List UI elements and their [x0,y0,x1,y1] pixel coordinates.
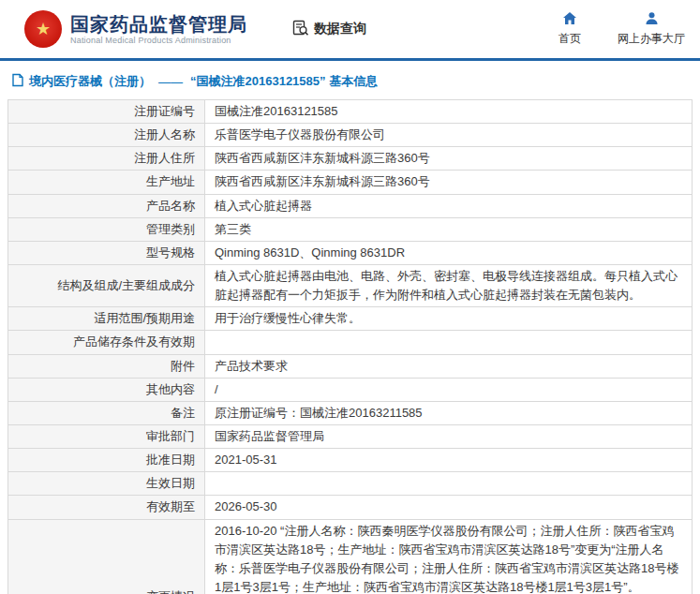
row-label: 注册证编号 [8,100,205,124]
nav-online-hall[interactable]: 网上办事大厅 [618,11,685,47]
row-value: Qinming 8631D、Qinming 8631DR [205,241,693,264]
table-row: 审批部门国家药品监督管理局 [8,424,693,448]
org-name-cn: 国家药品监督管理局 [70,14,247,36]
document-icon [11,73,29,90]
row-value: 国械注准20163121585 [205,100,693,124]
page-title: “国械注准20163121585” 基本信息 [190,73,378,90]
row-value: 陕西省西咸新区沣东新城科源三路360号 [205,147,693,171]
table-row: 其他内容/ [8,378,693,401]
table-row: 有效期至2026-05-30 [8,496,693,519]
row-label: 审批部门 [8,424,205,448]
row-value: 植入式心脏起搏器 [205,194,693,217]
row-value: 用于治疗缓慢性心律失常。 [205,307,693,331]
row-label: 变更情况 [8,519,205,594]
table-row: 变更情况2016-10-20 “注册人名称：陕西秦明医学仪器股份有限公司；注册人… [8,519,693,594]
main-content: 境内医疗器械（注册） —— “国械注准20163121585” 基本信息 注册证… [0,61,700,594]
table-row: 产品储存条件及有效期 [8,331,693,354]
row-label: 批准日期 [8,449,205,472]
table-row: 结构及组成/主要组成成分植入式心脏起搏器由电池、电路、外壳、密封塞、电极导线连接… [8,264,693,306]
row-value: 原注册证编号：国械注准20163211585 [205,401,693,424]
row-label: 注册人名称 [8,124,205,147]
breadcrumb: 境内医疗器械（注册） —— “国械注准20163121585” 基本信息 [7,61,693,99]
row-value [205,331,693,354]
row-value: / [205,378,693,401]
table-row: 注册人住所陕西省西咸新区沣东新城科源三路360号 [8,147,693,171]
table-row: 型号规格Qinming 8631D、Qinming 8631DR [8,241,693,264]
row-value: 第三类 [205,217,693,241]
home-icon [562,11,577,31]
table-row: 管理类别第三类 [8,217,693,241]
row-label: 产品名称 [8,194,205,217]
data-search-icon [292,20,314,39]
row-label: 备注 [8,401,205,424]
registration-info-table: 注册证编号国械注准20163121585注册人名称乐普医学电子仪器股份有限公司注… [7,99,693,594]
org-title-block: 国家药品监督管理局 National Medical Products Admi… [70,14,247,45]
row-value: 产品技术要求 [205,354,693,378]
row-label: 型号规格 [8,241,205,264]
row-value: 2021-05-31 [205,449,693,472]
nav-home[interactable]: 首页 [554,11,586,47]
row-value: 植入式心脏起搏器由电池、电路、外壳、密封塞、电极导线连接器组成。每只植入式心脏起… [205,264,693,306]
national-emblem-logo: ★ [24,10,62,48]
nav-home-label: 首页 [559,31,581,47]
table-row: 适用范围/预期用途用于治疗缓慢性心律失常。 [8,307,693,331]
person-icon [645,11,659,31]
row-label: 产品储存条件及有效期 [8,331,205,354]
row-value: 2026-05-30 [205,496,693,519]
data-query-button[interactable]: 数据查询 [292,20,366,39]
row-value: 2016-10-20 “注册人名称：陕西秦明医学仪器股份有限公司；注册人住所：陕… [205,519,693,594]
breadcrumb-separator: —— [158,75,183,89]
table-row: 备注原注册证编号：国械注准20163211585 [8,401,693,424]
row-value [205,472,693,496]
row-value: 陕西省西咸新区沣东新城科源三路360号 [205,171,693,194]
top-header: ★ 国家药品监督管理局 National Medical Products Ad… [0,0,700,58]
row-label: 生产地址 [8,171,205,194]
nav-online-hall-label: 网上办事大厅 [618,31,685,47]
table-row: 产品名称植入式心脏起搏器 [8,194,693,217]
table-row: 批准日期2021-05-31 [8,449,693,472]
row-label: 注册人住所 [8,147,205,171]
row-value: 乐普医学电子仪器股份有限公司 [205,124,693,147]
row-label: 有效期至 [8,496,205,519]
row-label: 结构及组成/主要组成成分 [8,264,205,306]
data-query-label: 数据查询 [314,21,366,37]
table-row: 注册人名称乐普医学电子仪器股份有限公司 [8,124,693,147]
row-label: 其他内容 [8,378,205,401]
table-row: 生效日期 [8,472,693,496]
top-nav: 首页 网上办事大厅 [554,11,685,47]
row-label: 适用范围/预期用途 [8,307,205,331]
info-table-body: 注册证编号国械注准20163121585注册人名称乐普医学电子仪器股份有限公司注… [8,100,693,594]
row-label: 附件 [8,354,205,378]
info-table-wrap: 注册证编号国械注准20163121585注册人名称乐普医学电子仪器股份有限公司注… [7,99,693,594]
row-label: 管理类别 [8,217,205,241]
row-label: 生效日期 [8,472,205,496]
table-row: 生产地址陕西省西咸新区沣东新城科源三路360号 [8,171,693,194]
breadcrumb-category[interactable]: 境内医疗器械（注册） [29,73,151,90]
table-row: 注册证编号国械注准20163121585 [8,100,693,124]
row-value: 国家药品监督管理局 [205,424,693,448]
org-name-en: National Medical Products Administration [70,36,247,45]
table-row: 附件产品技术要求 [8,354,693,378]
